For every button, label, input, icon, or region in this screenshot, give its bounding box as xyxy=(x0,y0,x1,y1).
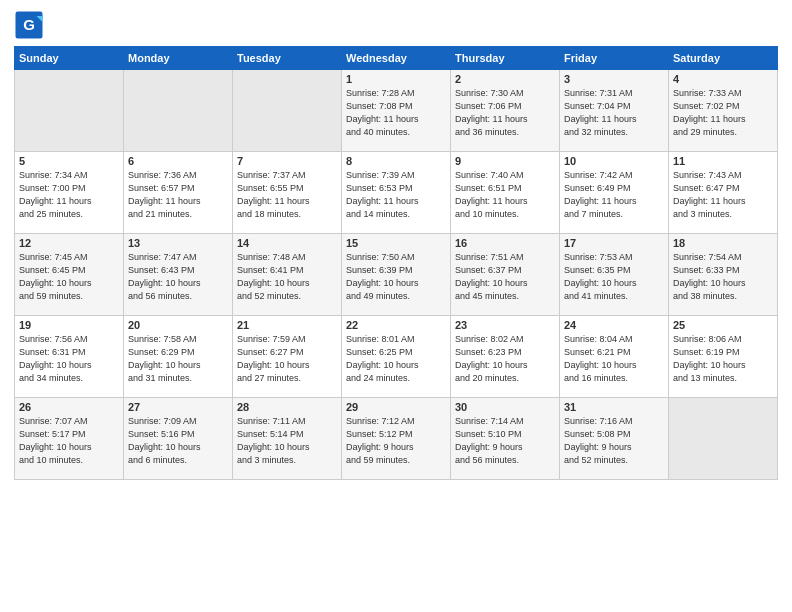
weekday-header-sunday: Sunday xyxy=(15,47,124,70)
cell-info: Sunrise: 7:47 AM Sunset: 6:43 PM Dayligh… xyxy=(128,251,228,303)
calendar-table: SundayMondayTuesdayWednesdayThursdayFrid… xyxy=(14,46,778,480)
day-number: 18 xyxy=(673,237,773,249)
cell-info: Sunrise: 7:48 AM Sunset: 6:41 PM Dayligh… xyxy=(237,251,337,303)
day-number: 13 xyxy=(128,237,228,249)
calendar-cell: 8Sunrise: 7:39 AM Sunset: 6:53 PM Daylig… xyxy=(342,152,451,234)
cell-info: Sunrise: 7:42 AM Sunset: 6:49 PM Dayligh… xyxy=(564,169,664,221)
calendar-cell: 30Sunrise: 7:14 AM Sunset: 5:10 PM Dayli… xyxy=(451,398,560,480)
day-number: 9 xyxy=(455,155,555,167)
calendar-cell: 17Sunrise: 7:53 AM Sunset: 6:35 PM Dayli… xyxy=(560,234,669,316)
day-number: 30 xyxy=(455,401,555,413)
day-number: 6 xyxy=(128,155,228,167)
cell-info: Sunrise: 7:16 AM Sunset: 5:08 PM Dayligh… xyxy=(564,415,664,467)
cell-info: Sunrise: 7:31 AM Sunset: 7:04 PM Dayligh… xyxy=(564,87,664,139)
calendar-cell: 7Sunrise: 7:37 AM Sunset: 6:55 PM Daylig… xyxy=(233,152,342,234)
cell-info: Sunrise: 7:53 AM Sunset: 6:35 PM Dayligh… xyxy=(564,251,664,303)
weekday-header-thursday: Thursday xyxy=(451,47,560,70)
cell-info: Sunrise: 7:54 AM Sunset: 6:33 PM Dayligh… xyxy=(673,251,773,303)
calendar-cell xyxy=(124,70,233,152)
calendar-cell: 6Sunrise: 7:36 AM Sunset: 6:57 PM Daylig… xyxy=(124,152,233,234)
day-number: 5 xyxy=(19,155,119,167)
day-number: 12 xyxy=(19,237,119,249)
calendar-cell: 28Sunrise: 7:11 AM Sunset: 5:14 PM Dayli… xyxy=(233,398,342,480)
day-number: 19 xyxy=(19,319,119,331)
calendar-cell: 19Sunrise: 7:56 AM Sunset: 6:31 PM Dayli… xyxy=(15,316,124,398)
day-number: 7 xyxy=(237,155,337,167)
calendar-cell: 11Sunrise: 7:43 AM Sunset: 6:47 PM Dayli… xyxy=(669,152,778,234)
day-number: 20 xyxy=(128,319,228,331)
calendar-cell: 18Sunrise: 7:54 AM Sunset: 6:33 PM Dayli… xyxy=(669,234,778,316)
calendar-cell: 20Sunrise: 7:58 AM Sunset: 6:29 PM Dayli… xyxy=(124,316,233,398)
day-number: 15 xyxy=(346,237,446,249)
calendar-cell: 22Sunrise: 8:01 AM Sunset: 6:25 PM Dayli… xyxy=(342,316,451,398)
day-number: 24 xyxy=(564,319,664,331)
cell-info: Sunrise: 8:01 AM Sunset: 6:25 PM Dayligh… xyxy=(346,333,446,385)
day-number: 27 xyxy=(128,401,228,413)
day-number: 10 xyxy=(564,155,664,167)
cell-info: Sunrise: 7:50 AM Sunset: 6:39 PM Dayligh… xyxy=(346,251,446,303)
day-number: 3 xyxy=(564,73,664,85)
cell-info: Sunrise: 7:07 AM Sunset: 5:17 PM Dayligh… xyxy=(19,415,119,467)
day-number: 4 xyxy=(673,73,773,85)
weekday-header-friday: Friday xyxy=(560,47,669,70)
calendar-week-5: 26Sunrise: 7:07 AM Sunset: 5:17 PM Dayli… xyxy=(15,398,778,480)
cell-info: Sunrise: 7:28 AM Sunset: 7:08 PM Dayligh… xyxy=(346,87,446,139)
weekday-header-wednesday: Wednesday xyxy=(342,47,451,70)
logo-icon: G xyxy=(14,10,44,40)
calendar-container: G SundayMondayTuesdayWednesdayThursdayFr… xyxy=(0,0,792,488)
cell-info: Sunrise: 7:59 AM Sunset: 6:27 PM Dayligh… xyxy=(237,333,337,385)
cell-info: Sunrise: 7:36 AM Sunset: 6:57 PM Dayligh… xyxy=(128,169,228,221)
calendar-cell: 25Sunrise: 8:06 AM Sunset: 6:19 PM Dayli… xyxy=(669,316,778,398)
day-number: 17 xyxy=(564,237,664,249)
calendar-cell: 2Sunrise: 7:30 AM Sunset: 7:06 PM Daylig… xyxy=(451,70,560,152)
cell-info: Sunrise: 7:34 AM Sunset: 7:00 PM Dayligh… xyxy=(19,169,119,221)
calendar-cell: 24Sunrise: 8:04 AM Sunset: 6:21 PM Dayli… xyxy=(560,316,669,398)
calendar-week-3: 12Sunrise: 7:45 AM Sunset: 6:45 PM Dayli… xyxy=(15,234,778,316)
cell-info: Sunrise: 7:09 AM Sunset: 5:16 PM Dayligh… xyxy=(128,415,228,467)
calendar-week-1: 1Sunrise: 7:28 AM Sunset: 7:08 PM Daylig… xyxy=(15,70,778,152)
day-number: 1 xyxy=(346,73,446,85)
calendar-cell: 26Sunrise: 7:07 AM Sunset: 5:17 PM Dayli… xyxy=(15,398,124,480)
day-number: 2 xyxy=(455,73,555,85)
calendar-cell: 13Sunrise: 7:47 AM Sunset: 6:43 PM Dayli… xyxy=(124,234,233,316)
day-number: 21 xyxy=(237,319,337,331)
cell-info: Sunrise: 8:02 AM Sunset: 6:23 PM Dayligh… xyxy=(455,333,555,385)
header: G xyxy=(14,10,778,40)
calendar-cell: 12Sunrise: 7:45 AM Sunset: 6:45 PM Dayli… xyxy=(15,234,124,316)
cell-info: Sunrise: 7:12 AM Sunset: 5:12 PM Dayligh… xyxy=(346,415,446,467)
cell-info: Sunrise: 7:37 AM Sunset: 6:55 PM Dayligh… xyxy=(237,169,337,221)
day-number: 8 xyxy=(346,155,446,167)
calendar-cell xyxy=(15,70,124,152)
cell-info: Sunrise: 7:58 AM Sunset: 6:29 PM Dayligh… xyxy=(128,333,228,385)
cell-info: Sunrise: 8:04 AM Sunset: 6:21 PM Dayligh… xyxy=(564,333,664,385)
cell-info: Sunrise: 7:40 AM Sunset: 6:51 PM Dayligh… xyxy=(455,169,555,221)
calendar-cell: 31Sunrise: 7:16 AM Sunset: 5:08 PM Dayli… xyxy=(560,398,669,480)
day-number: 31 xyxy=(564,401,664,413)
calendar-cell: 5Sunrise: 7:34 AM Sunset: 7:00 PM Daylig… xyxy=(15,152,124,234)
calendar-cell xyxy=(233,70,342,152)
calendar-cell: 1Sunrise: 7:28 AM Sunset: 7:08 PM Daylig… xyxy=(342,70,451,152)
cell-info: Sunrise: 7:39 AM Sunset: 6:53 PM Dayligh… xyxy=(346,169,446,221)
weekday-header-monday: Monday xyxy=(124,47,233,70)
calendar-cell: 23Sunrise: 8:02 AM Sunset: 6:23 PM Dayli… xyxy=(451,316,560,398)
day-number: 11 xyxy=(673,155,773,167)
day-number: 23 xyxy=(455,319,555,331)
calendar-cell: 21Sunrise: 7:59 AM Sunset: 6:27 PM Dayli… xyxy=(233,316,342,398)
svg-text:G: G xyxy=(23,16,35,33)
calendar-cell: 14Sunrise: 7:48 AM Sunset: 6:41 PM Dayli… xyxy=(233,234,342,316)
weekday-header-saturday: Saturday xyxy=(669,47,778,70)
cell-info: Sunrise: 7:43 AM Sunset: 6:47 PM Dayligh… xyxy=(673,169,773,221)
calendar-cell: 27Sunrise: 7:09 AM Sunset: 5:16 PM Dayli… xyxy=(124,398,233,480)
calendar-week-2: 5Sunrise: 7:34 AM Sunset: 7:00 PM Daylig… xyxy=(15,152,778,234)
day-number: 14 xyxy=(237,237,337,249)
calendar-cell: 29Sunrise: 7:12 AM Sunset: 5:12 PM Dayli… xyxy=(342,398,451,480)
day-number: 29 xyxy=(346,401,446,413)
calendar-cell: 3Sunrise: 7:31 AM Sunset: 7:04 PM Daylig… xyxy=(560,70,669,152)
logo: G xyxy=(14,10,48,40)
calendar-cell: 16Sunrise: 7:51 AM Sunset: 6:37 PM Dayli… xyxy=(451,234,560,316)
cell-info: Sunrise: 7:14 AM Sunset: 5:10 PM Dayligh… xyxy=(455,415,555,467)
day-number: 22 xyxy=(346,319,446,331)
calendar-week-4: 19Sunrise: 7:56 AM Sunset: 6:31 PM Dayli… xyxy=(15,316,778,398)
cell-info: Sunrise: 7:30 AM Sunset: 7:06 PM Dayligh… xyxy=(455,87,555,139)
cell-info: Sunrise: 7:33 AM Sunset: 7:02 PM Dayligh… xyxy=(673,87,773,139)
